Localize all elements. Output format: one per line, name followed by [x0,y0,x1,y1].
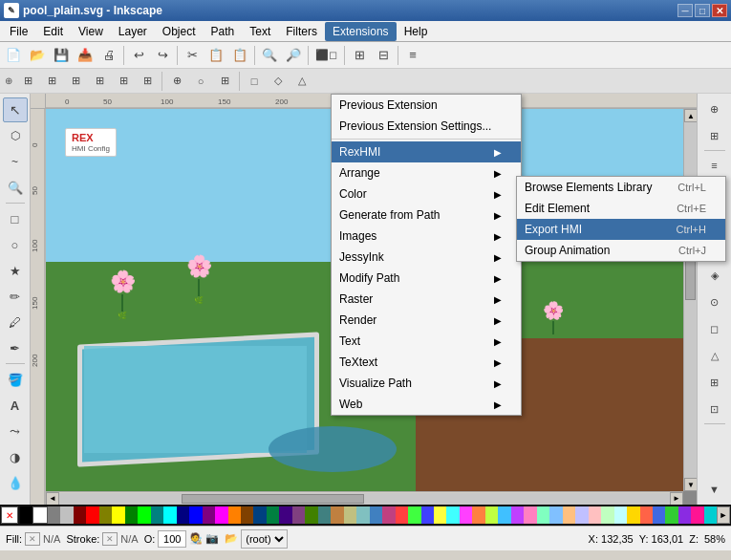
snap-btn-5[interactable]: ⊞ [112,70,135,93]
right-tool-1[interactable]: ⊕ [702,97,727,121]
color-fuchsia[interactable] [215,506,227,524]
color-green[interactable] [125,506,138,524]
color-lightyellow[interactable] [434,506,446,524]
menu-layer[interactable]: Layer [111,22,155,41]
color-silver[interactable] [60,506,73,524]
menu-extensions[interactable]: Extensions [325,22,397,41]
redo-button[interactable]: ↪ [151,44,174,67]
menu-path[interactable]: Path [204,22,243,41]
right-tool-3[interactable]: ≡ [702,153,727,178]
save-button[interactable]: 💾 [50,44,73,67]
menu-browse-elements[interactable]: Browse Elements Library Ctrl+L [517,177,725,198]
color-tomato[interactable] [640,506,653,524]
menu-edit[interactable]: Edit [35,22,71,41]
menu-group-animation[interactable]: Group Animation Ctrl+J [517,240,725,261]
cut-button[interactable]: ✂ [181,44,204,67]
color-deeppink[interactable] [691,506,703,524]
right-tool-11[interactable]: ⊞ [702,370,727,395]
palette-scroll-right[interactable]: ► [717,506,730,524]
print-button[interactable]: 🖨 [97,44,120,67]
scroll-right-button[interactable]: ► [670,492,683,506]
color-khaki[interactable] [305,506,317,524]
color-gray[interactable] [48,506,60,524]
menu-raster[interactable]: Raster ▶ [332,289,521,310]
fill-swatch[interactable]: ✕ [25,532,40,546]
color-hotpink[interactable] [382,506,395,524]
h-scroll-thumb[interactable] [182,494,365,504]
maximize-button[interactable]: □ [695,4,710,17]
snap-btn-7[interactable]: ⊕ [165,70,188,93]
color-tan[interactable] [344,506,356,524]
open-button[interactable]: 📂 [26,44,49,67]
right-arrow-down[interactable]: ▼ [702,477,727,502]
fill-tool[interactable]: 🪣 [3,367,28,392]
dropper-tool[interactable]: 💧 [3,470,28,495]
menu-previous-extension[interactable]: Previous Extension [332,95,521,116]
color-mistyrose[interactable] [589,506,601,524]
connector-tool[interactable]: ⤳ [3,419,28,443]
text-tool[interactable]: A [3,393,28,418]
opacity-icon[interactable]: 🧑‍🎨 [189,532,203,545]
circle-tool[interactable]: ○ [3,232,28,257]
right-tool-7[interactable]: ◈ [702,263,727,288]
new-button[interactable]: 📄 [2,44,25,67]
menu-rexhmi[interactable]: RexHMI ▶ [332,141,521,162]
group-button[interactable]: ⊞ [348,44,371,67]
menu-view[interactable]: View [71,22,111,41]
menu-text[interactable]: Text [242,22,278,41]
color-blue[interactable] [189,506,202,524]
color-orange[interactable] [228,506,241,524]
menu-jessyink[interactable]: JessyInk ▶ [332,247,521,268]
color-red[interactable] [86,506,98,524]
menu-color[interactable]: Color ▶ [332,183,521,205]
color-sienna[interactable] [331,506,343,524]
rect-tool[interactable]: □ [3,206,28,231]
snap-btn-12[interactable]: △ [290,70,313,93]
select-tool[interactable]: ↖ [3,97,28,122]
snap-btn-11[interactable]: ◇ [267,70,290,93]
right-tool-8[interactable]: ⊙ [702,290,727,314]
ungroup-button[interactable]: ⊟ [372,44,395,67]
zoom-tool[interactable]: 🔍 [3,175,28,200]
color-darkturquoise[interactable] [704,506,717,524]
gradient-tool[interactable]: ◑ [3,444,28,469]
copy-button[interactable]: 📋 [204,44,227,67]
color-lavender[interactable] [575,506,588,524]
color-teal[interactable] [151,506,163,524]
snap-btn-10[interactable]: □ [243,70,266,93]
menu-help[interactable]: Help [397,22,436,41]
undo-button[interactable]: ↩ [127,44,150,67]
right-tool-9[interactable]: ◻ [702,316,727,341]
color-honeydew[interactable] [601,506,613,524]
right-tool-10[interactable]: △ [702,343,727,368]
close-button[interactable]: ✕ [712,4,727,17]
color-violet[interactable] [279,506,291,524]
stroke-swatch[interactable]: ✕ [102,532,118,546]
color-yellow[interactable] [112,506,124,524]
color-mintgreen[interactable] [537,506,549,524]
color-powder[interactable] [549,506,562,524]
color-salmon[interactable] [396,506,408,524]
node-tool[interactable]: ⬡ [3,123,28,148]
no-color-cell[interactable]: ✕ [1,506,18,524]
color-lightpink[interactable] [524,506,536,524]
color-darkblue[interactable] [253,506,266,524]
titlebar-buttons[interactable]: ─ □ ✕ [677,4,727,17]
menu-arrange[interactable]: Arrange ▶ [332,162,521,183]
snap-btn-1[interactable]: ⊞ [16,70,39,93]
tweak-tool[interactable]: ~ [3,149,28,174]
color-chartreuse2[interactable] [485,506,498,524]
horizontal-scrollbar[interactable]: ◄ ► [46,491,683,505]
menu-previous-extension-settings[interactable]: Previous Extension Settings... [332,116,521,137]
pen-tool[interactable]: 🖊 [3,310,28,334]
color-limegreen[interactable] [665,506,677,524]
snap-btn-4[interactable]: ⊞ [88,70,111,93]
color-lightcyan2[interactable] [446,506,459,524]
snap-btn-3[interactable]: ⊞ [64,70,87,93]
color-wheat[interactable] [563,506,575,524]
snap-btn-2[interactable]: ⊞ [40,70,63,93]
menu-object[interactable]: Object [155,22,204,41]
color-gold[interactable] [627,506,639,524]
menu-generate-from-path[interactable]: Generate from Path ▶ [332,205,521,226]
color-orchid[interactable] [511,506,524,524]
